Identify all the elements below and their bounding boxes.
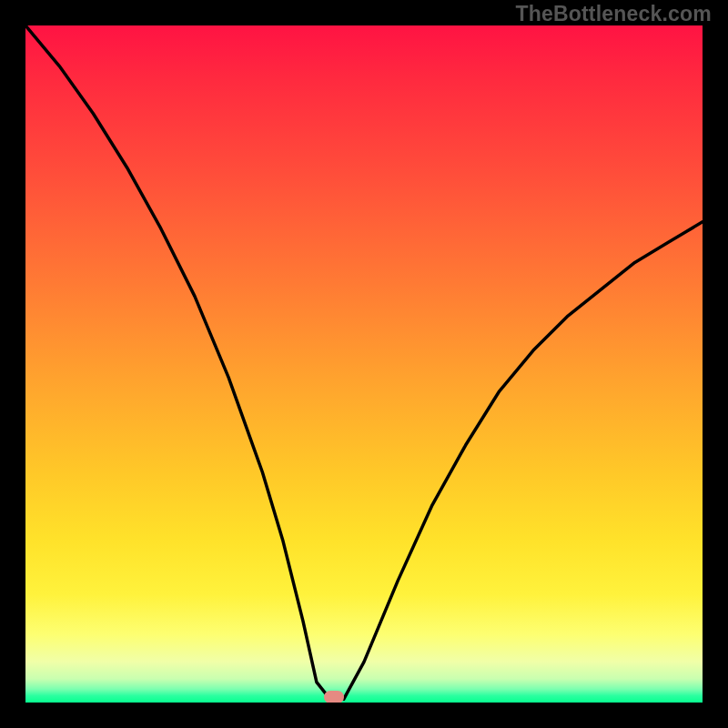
watermark-text: TheBottleneck.com bbox=[515, 2, 712, 26]
optimal-point-marker bbox=[324, 691, 344, 703]
bottleneck-curve bbox=[25, 25, 703, 703]
chart-frame: TheBottleneck.com bbox=[0, 0, 728, 728]
plot-area bbox=[25, 25, 703, 703]
